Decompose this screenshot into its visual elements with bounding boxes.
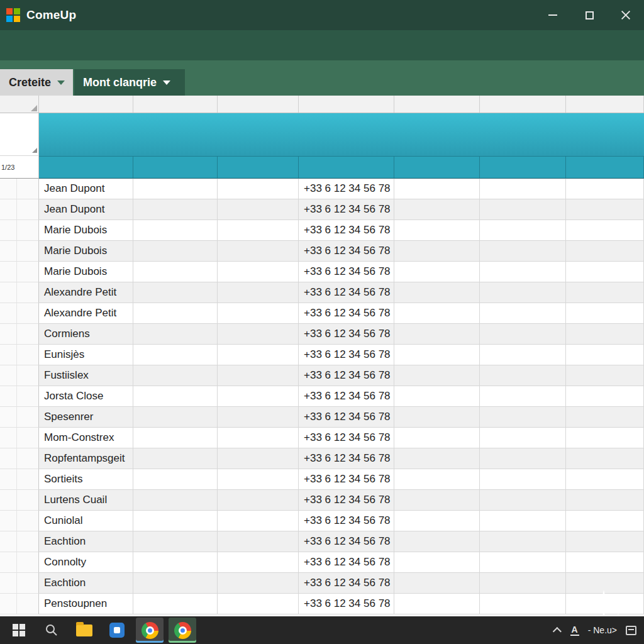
cell-societe-2[interactable] xyxy=(218,262,299,282)
cell-name[interactable]: Sortieits xyxy=(39,469,133,490)
cell-societe-2[interactable] xyxy=(218,531,299,552)
cell-ville[interactable] xyxy=(480,490,566,511)
cell-source[interactable] xyxy=(566,428,644,448)
cell-email[interactable] xyxy=(394,490,480,511)
cell-ville[interactable] xyxy=(480,220,566,241)
row-header[interactable] xyxy=(0,469,39,490)
cell-ville[interactable] xyxy=(480,511,566,531)
cell-phone[interactable]: +33 6 12 34 56 78 xyxy=(299,179,394,199)
cell-phone[interactable]: +33 6 12 34 56 78 xyxy=(299,324,394,345)
cell-name[interactable]: Eachtion xyxy=(39,573,133,594)
cell-name[interactable]: Ropfentampsgeit xyxy=(39,448,133,469)
column-letter[interactable] xyxy=(299,96,394,113)
cell-societe-2[interactable] xyxy=(218,324,299,345)
cell-phone[interactable]: +33 6 12 34 56 78 xyxy=(299,199,394,220)
row-header[interactable] xyxy=(0,262,39,282)
cell-email[interactable] xyxy=(394,448,480,469)
cell-ville[interactable] xyxy=(480,407,566,428)
column-letter[interactable] xyxy=(39,96,133,113)
cell-ville[interactable] xyxy=(480,531,566,552)
cell-phone[interactable]: +33 6 12 34 56 78 xyxy=(299,573,394,594)
column-header-cell[interactable] xyxy=(480,156,566,179)
cell-societe[interactable] xyxy=(133,241,218,262)
cell-societe-2[interactable] xyxy=(218,345,299,365)
cell-source[interactable] xyxy=(566,220,644,241)
cell-email[interactable] xyxy=(394,345,480,365)
column-letter[interactable] xyxy=(133,96,218,113)
tray-status-text[interactable]: - Ne.u> xyxy=(588,625,617,635)
minimize-button[interactable] xyxy=(535,0,571,30)
close-button[interactable] xyxy=(608,0,644,30)
cell-email[interactable] xyxy=(394,573,480,594)
cell-ville[interactable] xyxy=(480,365,566,386)
cell-phone[interactable]: +33 6 12 34 56 78 xyxy=(299,490,394,511)
cell-source[interactable] xyxy=(566,199,644,220)
cell-source[interactable] xyxy=(566,531,644,552)
cell-phone[interactable]: +33 6 12 34 56 78 xyxy=(299,282,394,303)
cell-societe-2[interactable] xyxy=(218,552,299,573)
row-header[interactable] xyxy=(0,282,39,303)
cell-societe-2[interactable] xyxy=(218,448,299,469)
cell-phone[interactable]: +33 6 12 34 56 78 xyxy=(299,469,394,490)
row-header[interactable] xyxy=(0,179,39,199)
create-dropdown-button[interactable]: Creteite xyxy=(0,69,73,96)
column-letter[interactable] xyxy=(480,96,566,113)
app-button-blue[interactable] xyxy=(103,618,131,643)
cell-societe[interactable] xyxy=(133,531,218,552)
select-all-corner[interactable] xyxy=(0,96,39,113)
cell-source[interactable] xyxy=(566,469,644,490)
cell-ville[interactable] xyxy=(480,594,566,614)
cell-societe-2[interactable] xyxy=(218,365,299,386)
cell-ville[interactable] xyxy=(480,324,566,345)
cell-source[interactable] xyxy=(566,386,644,407)
cell-ville[interactable] xyxy=(480,179,566,199)
cell-email[interactable] xyxy=(394,262,480,282)
cell-email[interactable] xyxy=(394,282,480,303)
cell-name[interactable]: Mom-Constrex xyxy=(39,428,133,448)
row-header[interactable] xyxy=(0,220,39,241)
cell-source[interactable] xyxy=(566,179,644,199)
cell-societe[interactable] xyxy=(133,386,218,407)
cell-source[interactable] xyxy=(566,552,644,573)
cell-phone[interactable]: +33 6 12 34 56 78 xyxy=(299,365,394,386)
cell-societe[interactable] xyxy=(133,594,218,614)
cell-ville[interactable] xyxy=(480,241,566,262)
cell-societe[interactable] xyxy=(133,199,218,220)
cell-societe-2[interactable] xyxy=(218,594,299,614)
cell-phone[interactable]: +33 6 12 34 56 78 xyxy=(299,220,394,241)
cell-email[interactable] xyxy=(394,241,480,262)
cell-phone[interactable]: +33 6 12 34 56 78 xyxy=(299,511,394,531)
chevron-up-icon[interactable] xyxy=(552,627,561,636)
cell-ville[interactable] xyxy=(480,262,566,282)
cell-ville[interactable] xyxy=(480,428,566,448)
cell-name[interactable]: Lurtens Cuail xyxy=(39,490,133,511)
row-header[interactable] xyxy=(0,490,39,511)
cell-ville[interactable] xyxy=(480,345,566,365)
cell-societe[interactable] xyxy=(133,407,218,428)
file-explorer-button[interactable] xyxy=(70,618,98,643)
cell-societe-2[interactable] xyxy=(218,303,299,324)
cell-societe[interactable] xyxy=(133,282,218,303)
row-header[interactable] xyxy=(0,511,39,531)
start-button[interactable] xyxy=(5,618,33,643)
cell-source[interactable] xyxy=(566,241,644,262)
cell-email[interactable] xyxy=(394,428,480,448)
cell-societe[interactable] xyxy=(133,365,218,386)
cell-societe[interactable] xyxy=(133,490,218,511)
cell-name[interactable]: Marie Dubois xyxy=(39,220,133,241)
cell-societe[interactable] xyxy=(133,448,218,469)
cell-email[interactable] xyxy=(394,199,480,220)
cell-phone[interactable]: +33 6 12 34 56 78 xyxy=(299,594,394,614)
cell-societe[interactable] xyxy=(133,345,218,365)
cell-societe[interactable] xyxy=(133,573,218,594)
cell-societe-2[interactable] xyxy=(218,573,299,594)
cell-phone[interactable]: +33 6 12 34 56 78 xyxy=(299,552,394,573)
cell-email[interactable] xyxy=(394,531,480,552)
search-button[interactable] xyxy=(38,618,65,643)
cell-ville[interactable] xyxy=(480,303,566,324)
cell-name[interactable]: Eachtion xyxy=(39,531,133,552)
cell-name[interactable]: Fustiislex xyxy=(39,365,133,386)
row-header[interactable] xyxy=(0,199,39,220)
cell-societe-2[interactable] xyxy=(218,241,299,262)
cell-name[interactable]: Jean Dupont xyxy=(39,179,133,199)
